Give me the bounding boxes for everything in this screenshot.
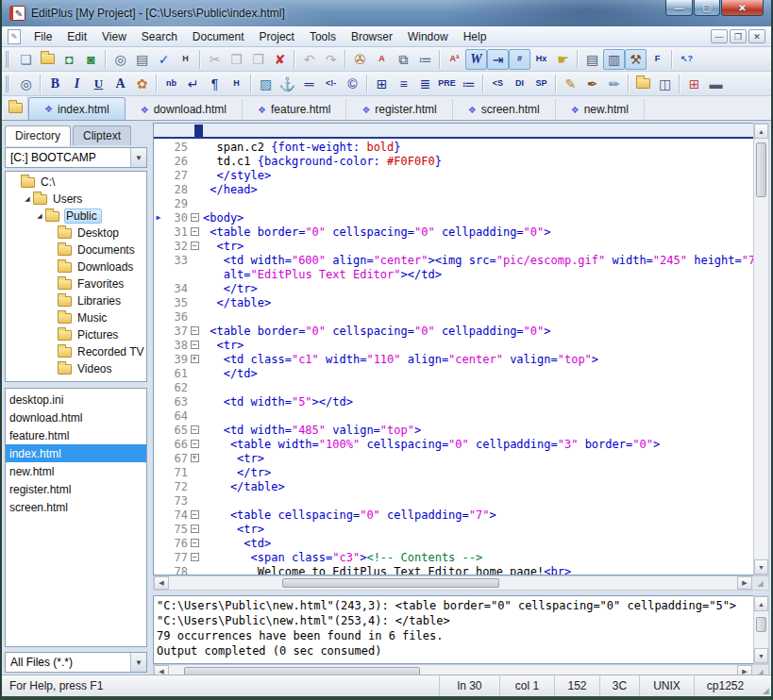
font-icon[interactable]: A [109, 74, 131, 94]
save-all-icon[interactable]: ◙ [80, 49, 102, 70]
menu-view[interactable]: View [94, 28, 134, 45]
expand-arrow-icon[interactable]: ◢ [34, 212, 45, 220]
code-line[interactable]: 37− <table border="0" cellspacing="0" ce… [154, 324, 753, 338]
color-picker-icon[interactable]: ✏ [603, 74, 625, 94]
paste-icon[interactable]: ❒ [247, 49, 269, 70]
split-window-icon[interactable]: ◫ [654, 74, 676, 94]
new-folder-icon[interactable] [632, 74, 654, 94]
div-tag-icon[interactable]: DI [509, 74, 530, 94]
code-line[interactable]: 32− <tr> [154, 239, 753, 253]
drive-select[interactable]: [C:] BOOTCAMP ▼ [5, 147, 147, 168]
mdi-close-button[interactable]: ✕ [748, 29, 765, 43]
cliptext-window-icon[interactable]: ⚒ [625, 49, 647, 70]
file-item-index.html[interactable]: index.html [6, 444, 146, 462]
sidebar-tab-directory[interactable]: Directory [5, 125, 71, 146]
code-line[interactable]: 64 [154, 408, 753, 423]
document-list-icon[interactable]: ⧉ [393, 49, 414, 70]
function-list-icon[interactable]: F [647, 49, 668, 70]
save-icon[interactable]: ◘ [59, 49, 80, 70]
nonbreaking-space-icon[interactable]: nb [160, 74, 182, 94]
cut-icon[interactable]: ✂ [204, 49, 226, 70]
heading-icon[interactable]: H [226, 74, 247, 94]
fold-collapse-icon[interactable]: − [191, 227, 199, 236]
output-vertical-scrollbar[interactable]: ▲ ▼ [753, 595, 769, 664]
code-line[interactable]: 62 [154, 380, 753, 394]
menu-tools[interactable]: Tools [302, 28, 344, 45]
fold-column[interactable]: − [188, 525, 201, 533]
code-editor[interactable]: ----+----1----+----2----+----3----+----4… [153, 123, 753, 575]
code-line[interactable]: 25 span.c2 {font-weight: bold} [154, 140, 753, 154]
image-icon[interactable]: ▨ [255, 74, 277, 94]
fold-collapse-icon[interactable]: − [191, 510, 199, 519]
file-item-desktop.ini[interactable]: desktop.ini [6, 391, 146, 408]
span-tag-icon[interactable]: SP [530, 74, 552, 94]
strikeout-icon[interactable]: <S [487, 74, 509, 94]
new-document-icon[interactable]: ❏ [15, 49, 37, 70]
tab-register.html[interactable]: ❖register.html [346, 99, 452, 120]
align-justify-icon[interactable]: ≣ [414, 74, 436, 94]
hex-viewer-icon[interactable]: Hx [530, 49, 552, 70]
code-line[interactable]: 29 [154, 196, 753, 210]
code-line[interactable]: 78 Welcome to EditPlus Text Editor home … [154, 564, 753, 575]
tree-item-favorites[interactable]: Favorites [6, 275, 146, 292]
fold-collapse-icon[interactable]: − [191, 425, 199, 434]
editor-horizontal-scrollbar[interactable]: ◀ ▶ ◢ [153, 575, 769, 591]
copy-icon[interactable]: ❐ [226, 49, 247, 70]
code-line[interactable]: 27 </style> [154, 168, 753, 182]
fold-column[interactable]: − [188, 213, 201, 222]
fold-column[interactable]: − [188, 425, 201, 434]
scrollbar-thumb[interactable] [282, 578, 499, 588]
color-palette-icon[interactable]: ✿ [131, 74, 153, 94]
fold-column[interactable]: + [188, 454, 201, 462]
menu-browser[interactable]: Browser [344, 28, 400, 45]
fold-collapse-icon[interactable]: − [191, 213, 199, 222]
code-line[interactable]: 31− <table border="0" cellspacing="0" ce… [154, 225, 753, 239]
special-character-icon[interactable]: © [342, 74, 363, 94]
directory-window-icon[interactable]: ▥ [603, 49, 625, 70]
scroll-right-icon[interactable]: ▶ [737, 576, 752, 590]
chevron-down-icon[interactable]: ▼ [130, 653, 146, 672]
toolbar-grip[interactable] [6, 75, 10, 92]
edit-source-icon[interactable]: ✎ [560, 74, 581, 94]
tag-tool-icon[interactable]: ✒ [581, 74, 603, 94]
code-line[interactable]: 38− <tr> [154, 338, 753, 352]
highlight-icon[interactable]: ✇ [349, 49, 371, 70]
title-bar[interactable]: ✎ EditPlus [My Project] - [C:\Users\Publ… [2, 0, 771, 26]
code-line[interactable]: ▶30−<body> [154, 210, 753, 225]
context-help-icon[interactable]: ↖? [676, 49, 697, 70]
code-line[interactable]: 33 <td width="600" align="center"><img s… [154, 253, 753, 267]
fold-collapse-icon[interactable]: − [191, 525, 199, 533]
print-preview-icon[interactable]: ◎ [109, 49, 131, 70]
file-item-feature.html[interactable]: feature.html [6, 426, 146, 444]
tab-feature.html[interactable]: ❖feature.html [243, 99, 346, 120]
code-line[interactable]: 66− <table width="100%" cellspacing="0" … [154, 437, 753, 451]
fold-column[interactable]: − [188, 510, 201, 519]
new-html-page-icon[interactable]: H [175, 49, 196, 70]
line-numbers-icon[interactable]: # [509, 49, 530, 70]
paragraph-icon[interactable]: ¶ [204, 74, 226, 94]
document-panel-icon[interactable]: ▤ [581, 49, 603, 70]
code-line[interactable]: 71 </tr> [154, 465, 753, 479]
code-line[interactable]: 67+ <tr> [154, 451, 753, 465]
file-item-download.html[interactable]: download.html [6, 408, 146, 426]
bold-icon[interactable]: B [44, 74, 66, 94]
delete-icon[interactable]: ✘ [269, 49, 291, 70]
fold-column[interactable]: − [188, 242, 201, 250]
sorted-list-icon[interactable]: ≔ [414, 49, 436, 70]
font-color-icon[interactable]: A [371, 49, 393, 70]
file-item-new.html[interactable]: new.html [6, 462, 146, 480]
fold-column[interactable]: − [188, 539, 201, 547]
list-icon[interactable]: ≔ [458, 74, 479, 94]
fold-expand-icon[interactable]: + [191, 355, 199, 363]
align-center-icon[interactable]: ≡ [393, 74, 414, 94]
menu-help[interactable]: Help [456, 28, 495, 45]
horizontal-rule-icon[interactable]: ═ [298, 74, 320, 94]
comment-icon[interactable]: <!- [320, 74, 342, 94]
code-line[interactable]: 35 </table> [154, 295, 753, 309]
menu-project[interactable]: Project [252, 28, 302, 45]
tree-item-public[interactable]: ◢Public [6, 208, 146, 225]
menu-search[interactable]: Search [134, 28, 185, 45]
uppercase-icon[interactable]: Aª [444, 49, 465, 70]
browser-preview-icon[interactable]: ◎ [15, 74, 37, 94]
table-icon[interactable]: ⊞ [371, 74, 393, 94]
